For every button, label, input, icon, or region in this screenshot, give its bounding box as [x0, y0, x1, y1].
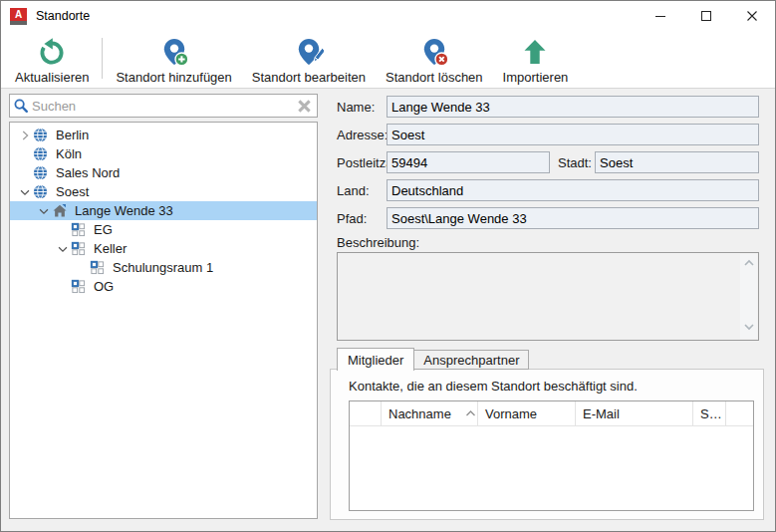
expander-spacer: [54, 222, 71, 238]
tree-item-köln[interactable]: Köln: [10, 144, 317, 163]
delete-location-button[interactable]: Standort löschen: [376, 31, 493, 88]
tree-item-label: Köln: [53, 146, 82, 161]
maximize-button[interactable]: [683, 1, 729, 31]
close-icon: [746, 10, 758, 22]
chevron-down-icon[interactable]: [16, 184, 33, 200]
adresse-input[interactable]: [387, 124, 759, 145]
column-header-label: Nachname: [388, 406, 451, 421]
tree-item-label: OG: [91, 279, 114, 294]
pfad-input[interactable]: [387, 207, 759, 229]
globe-icon: [33, 184, 53, 200]
expander-spacer: [16, 146, 33, 162]
window-title: Standorte: [36, 9, 90, 23]
column-header-e-mail[interactable]: E-Mail: [576, 401, 693, 425]
tree-item-label: Sales Nord: [53, 165, 120, 180]
tree-item-label: Soest: [53, 184, 89, 199]
toolbar-button-label: Importieren: [503, 70, 569, 85]
floor-icon: [71, 279, 91, 295]
expander-spacer: [73, 260, 90, 276]
edit-location-button[interactable]: Standort bearbeiten: [242, 31, 376, 88]
beschreibung-label: Beschreibung:: [337, 235, 419, 250]
floor-icon: [90, 260, 110, 276]
search-icon: [10, 98, 32, 114]
name-label: Name:: [337, 100, 375, 115]
expander-spacer: [16, 165, 33, 181]
search-input[interactable]: [32, 99, 291, 114]
tree-item-berlin[interactable]: Berlin: [10, 126, 317, 144]
members-caption: Kontakte, die an diesem Standort beschäf…: [349, 379, 638, 394]
clear-search-icon[interactable]: [291, 99, 317, 114]
location-delete-icon: [419, 35, 449, 69]
land-label: Land:: [337, 183, 370, 198]
tree-item-label: Keller: [91, 241, 127, 256]
tree-item-label: Schulungsraum 1: [110, 260, 213, 275]
maximize-icon: [700, 10, 712, 22]
scroll-down-icon[interactable]: [742, 321, 756, 336]
toolbar-separator: [102, 38, 103, 79]
globe-icon: [33, 128, 53, 143]
tree-item-og[interactable]: OG: [10, 277, 317, 296]
members-table: NachnameVornameE-MailS…: [349, 400, 754, 511]
floor-icon: [71, 241, 91, 257]
scroll-up-icon[interactable]: [742, 257, 756, 272]
beschreibung-scrollbar[interactable]: [740, 254, 757, 339]
refresh-icon: [37, 35, 67, 69]
app-icon-letter: A: [15, 9, 22, 20]
app-icon: A: [10, 8, 27, 25]
adresse-label: Adresse:: [337, 128, 388, 142]
tree-item-label: Lange Wende 33: [72, 203, 173, 218]
content: Berlin Köln Sales Nord Soest Lan: [1, 90, 775, 531]
tree-item-keller[interactable]: Keller: [10, 239, 317, 258]
globe-icon: [33, 165, 53, 181]
column-header-label: E-Mail: [583, 406, 620, 421]
toolbar: Aktualisieren Standort hinzufügen Stando…: [1, 31, 775, 89]
import-icon: [520, 35, 550, 69]
tree-item-soest[interactable]: Soest: [10, 182, 317, 201]
tree-item-eg[interactable]: EG: [10, 220, 317, 239]
chevron-right-icon[interactable]: [16, 128, 33, 143]
toolbar-button-label: Aktualisieren: [15, 70, 89, 85]
column-header-vorname[interactable]: Vorname: [478, 401, 576, 425]
location-tree[interactable]: Berlin Köln Sales Nord Soest Lan: [9, 122, 318, 519]
search-box[interactable]: [9, 94, 318, 118]
add-location-button[interactable]: Standort hinzufügen: [106, 31, 241, 88]
tab-strip: MitgliederAnsprechpartner: [337, 347, 529, 370]
close-button[interactable]: [729, 1, 775, 31]
globe-icon: [33, 146, 53, 162]
tree-item-sales-nord[interactable]: Sales Nord: [10, 163, 317, 182]
toolbar-button-label: Standort hinzufügen: [116, 70, 231, 85]
column-header-label: Vorname: [485, 406, 537, 421]
stadt-label: Stadt:: [558, 155, 592, 170]
land-input[interactable]: [387, 179, 759, 201]
import-button[interactable]: Importieren: [493, 31, 579, 88]
column-header-label: S…: [700, 406, 722, 421]
minimize-button[interactable]: [638, 1, 683, 31]
toolbar-button-label: Standort löschen: [386, 70, 483, 85]
window-controls: [638, 1, 775, 31]
members-table-header: NachnameVornameE-MailS…: [350, 401, 753, 426]
tree-item-lange-wende-33[interactable]: Lange Wende 33: [10, 201, 317, 220]
members-panel: Kontakte, die an diesem Standort beschäf…: [330, 369, 764, 520]
name-input[interactable]: [387, 96, 759, 118]
floor-icon: [71, 222, 91, 238]
chevron-down-icon[interactable]: [54, 241, 71, 257]
members-table-body: [350, 426, 753, 510]
toolbar-button-label: Standort bearbeiten: [252, 70, 366, 85]
column-header-filler: [726, 401, 753, 425]
chevron-down-icon[interactable]: [35, 203, 52, 219]
tree-item-schulungsraum-1[interactable]: Schulungsraum 1: [10, 258, 317, 277]
postleitzahl-input[interactable]: [387, 151, 550, 173]
column-header-s[interactable]: S…: [693, 401, 726, 425]
location-edit-icon: [294, 35, 324, 69]
column-header-nachname[interactable]: Nachname: [382, 401, 478, 425]
tab-ansprechpartner[interactable]: Ansprechpartner: [414, 350, 529, 370]
location-add-icon: [159, 35, 189, 69]
stadt-input[interactable]: [595, 151, 759, 173]
refresh-button[interactable]: Aktualisieren: [5, 31, 99, 88]
home-icon: [52, 203, 72, 219]
titlebar[interactable]: A Standorte: [1, 1, 775, 31]
column-header-indicator[interactable]: [350, 401, 382, 425]
beschreibung-textarea[interactable]: [337, 252, 759, 341]
tab-mitglieder[interactable]: Mitglieder: [337, 348, 414, 371]
app-window: A Standorte Aktualisieren Standort hinzu…: [0, 0, 776, 532]
